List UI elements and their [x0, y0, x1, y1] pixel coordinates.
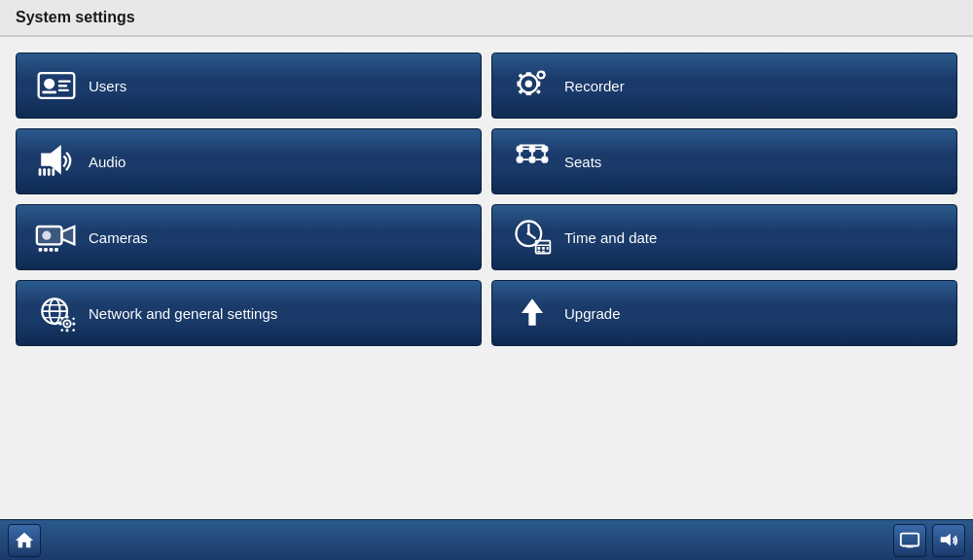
users-label: Users	[89, 78, 126, 94]
recorder-icon	[508, 61, 557, 110]
svg-rect-48	[54, 248, 58, 252]
svg-point-1	[44, 79, 54, 89]
menu-item-recorder[interactable]: Recorder	[491, 52, 957, 119]
svg-point-26	[528, 146, 535, 153]
cameras-label: Cameras	[89, 229, 148, 246]
svg-point-27	[541, 146, 548, 153]
menu-item-seats[interactable]: Seats	[491, 128, 957, 194]
recorder-label: Recorder	[564, 78, 625, 94]
svg-rect-8	[526, 72, 532, 76]
svg-rect-5	[58, 89, 69, 91]
svg-rect-77	[901, 533, 919, 545]
svg-rect-59	[542, 251, 545, 253]
svg-point-18	[542, 71, 545, 74]
svg-marker-20	[42, 147, 59, 172]
svg-rect-11	[537, 81, 541, 87]
users-icon	[32, 61, 81, 110]
network-label: Network and general settings	[89, 305, 277, 322]
menu-grid: Users	[16, 52, 957, 346]
upgrade-icon	[508, 289, 557, 337]
svg-rect-9	[526, 91, 532, 95]
svg-rect-73	[72, 317, 75, 320]
time-icon	[508, 213, 557, 262]
menu-item-users[interactable]: Users	[16, 52, 482, 119]
svg-rect-10	[517, 81, 521, 87]
menu-item-upgrade[interactable]: Upgrade	[491, 280, 957, 346]
svg-rect-55	[538, 247, 541, 250]
svg-rect-56	[542, 247, 545, 250]
svg-rect-21	[39, 168, 42, 175]
cameras-icon	[32, 213, 81, 262]
svg-rect-57	[547, 247, 549, 250]
svg-rect-3	[58, 81, 71, 83]
svg-rect-74	[60, 329, 63, 332]
svg-point-44	[42, 231, 51, 240]
svg-rect-45	[39, 248, 43, 252]
svg-point-29	[528, 157, 535, 163]
svg-rect-75	[72, 329, 75, 332]
svg-point-28	[517, 157, 523, 163]
svg-point-25	[517, 146, 523, 153]
audio-label: Audio	[89, 154, 126, 170]
svg-point-67	[66, 323, 69, 326]
screen-button[interactable]	[893, 524, 926, 557]
svg-rect-23	[48, 168, 51, 175]
svg-rect-0	[39, 73, 75, 98]
svg-point-7	[525, 81, 532, 88]
svg-rect-24	[52, 168, 54, 175]
svg-point-30	[541, 157, 548, 163]
svg-rect-47	[50, 248, 54, 252]
main-content: Users	[0, 37, 973, 519]
seats-label: Seats	[564, 154, 601, 170]
svg-rect-2	[42, 91, 56, 94]
svg-rect-15	[536, 89, 541, 94]
svg-rect-58	[538, 251, 541, 253]
audio-icon	[32, 137, 81, 186]
seats-icon	[508, 137, 557, 186]
svg-rect-22	[43, 168, 46, 175]
svg-marker-80	[941, 533, 951, 545]
svg-rect-68	[66, 316, 69, 319]
menu-item-network[interactable]: Network and general settings	[16, 280, 482, 346]
svg-rect-46	[44, 248, 48, 252]
time-and-date-label: Time and date	[564, 229, 657, 246]
menu-item-audio[interactable]: Audio	[16, 128, 482, 194]
volume-button[interactable]	[932, 524, 965, 557]
svg-rect-4	[58, 85, 67, 87]
menu-item-time-and-date[interactable]: Time and date	[491, 204, 957, 270]
upgrade-label: Upgrade	[564, 305, 621, 322]
svg-rect-71	[73, 323, 76, 326]
network-icon	[32, 289, 81, 337]
home-button[interactable]	[8, 524, 41, 557]
header: System settings	[0, 0, 973, 37]
bottom-right-buttons	[893, 524, 965, 557]
bottom-bar	[0, 519, 973, 560]
svg-point-52	[527, 232, 531, 236]
svg-rect-70	[59, 323, 62, 326]
svg-rect-69	[66, 330, 69, 332]
svg-marker-76	[522, 298, 543, 326]
menu-item-cameras[interactable]: Cameras	[16, 204, 482, 270]
page-title: System settings	[16, 9, 135, 26]
